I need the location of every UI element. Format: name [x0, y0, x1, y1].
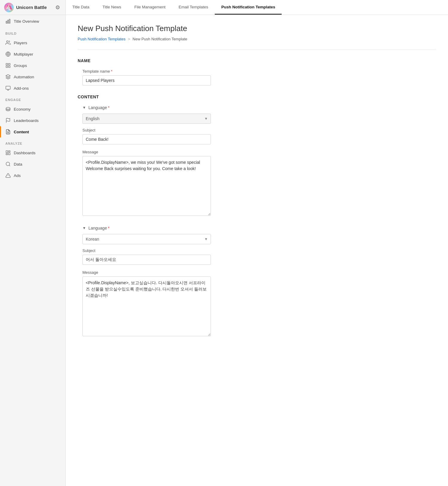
sidebar-title-overview-label: Title Overview — [14, 19, 39, 24]
sidebar-item-addons[interactable]: Add-ons — [0, 82, 65, 94]
required-star-lang2: * — [108, 226, 109, 230]
sidebar-item-leaderboards[interactable]: Leaderboards — [0, 115, 65, 126]
svg-rect-17 — [6, 151, 7, 153]
tab-email-templates[interactable]: Email Templates — [172, 0, 215, 15]
message-textarea-english[interactable]: <Profile.<span class="profile-link">Disp… — [82, 156, 211, 216]
automation-icon — [5, 74, 11, 80]
dashboards-icon — [5, 150, 11, 155]
sidebar-ads-label: Ads — [14, 173, 21, 178]
name-section-body: Template name* — [78, 69, 436, 85]
required-star-name: * — [111, 69, 112, 74]
chevron-down-icon-korean: ▼ — [82, 226, 86, 230]
svg-rect-8 — [6, 66, 7, 68]
brand-name: Unicorn Battle — [16, 5, 47, 10]
tab-push-notification-templates[interactable]: Push Notification Templates — [215, 0, 282, 15]
content-area: New Push Notification Template Push Noti… — [66, 15, 448, 486]
message-label-english: Message — [82, 150, 436, 154]
tab-file-management[interactable]: File Management — [128, 0, 172, 15]
language-block-english: ▼ Language* English Korean Japanese Span… — [78, 105, 436, 217]
language-label-korean: Language* — [88, 226, 110, 230]
template-name-label: Template name* — [82, 69, 436, 74]
svg-rect-9 — [9, 66, 10, 68]
language-block-korean-header[interactable]: ▼ Language* — [82, 226, 436, 230]
sidebar-item-groups[interactable]: Groups — [0, 60, 65, 71]
subject-input-english[interactable] — [82, 134, 211, 144]
content-section: CONTENT ▼ Language* English Korean Japan… — [78, 94, 436, 337]
app-brand: 🦄 Unicorn Battle ⚙ — [0, 0, 66, 15]
sidebar-content-label: Content — [14, 130, 29, 134]
sidebar-item-content[interactable]: Content — [0, 126, 65, 137]
sidebar-automation-label: Automation — [14, 75, 34, 79]
bar-chart-icon — [5, 19, 11, 24]
language-block-korean: ▼ Language* English Korean Japanese Span… — [78, 226, 436, 337]
sidebar-leaderboards-label: Leaderboards — [14, 118, 39, 123]
sidebar-item-players[interactable]: Players — [0, 37, 65, 48]
economy-icon — [5, 106, 11, 112]
svg-point-21 — [6, 162, 10, 166]
tab-title-news[interactable]: Title News — [96, 0, 128, 15]
language-select-korean[interactable]: English Korean Japanese Spanish French — [82, 234, 211, 244]
brand-icon: 🦄 — [4, 3, 14, 12]
sidebar-item-title-overview[interactable]: Title Overview — [0, 15, 65, 27]
chevron-down-icon-english: ▼ — [82, 106, 86, 110]
svg-rect-19 — [9, 153, 10, 155]
svg-rect-2 — [9, 19, 10, 23]
svg-line-22 — [9, 165, 10, 166]
sidebar-item-data[interactable]: Data — [0, 158, 65, 170]
name-section: NAME Template name* — [78, 58, 436, 85]
subject-label-korean: Subject — [82, 248, 436, 253]
page-title: New Push Notification Template — [78, 24, 436, 33]
players-icon — [5, 40, 11, 45]
ads-icon — [5, 173, 11, 178]
sidebar-item-automation[interactable]: Automation — [0, 71, 65, 82]
breadcrumb-parent[interactable]: Push Notification Templates — [78, 37, 125, 41]
subject-input-korean[interactable] — [82, 255, 211, 265]
sidebar-item-ads[interactable]: Ads — [0, 170, 65, 181]
svg-rect-7 — [9, 63, 10, 65]
sidebar-data-label: Data — [14, 162, 22, 166]
language-select-wrapper-english: English Korean Japanese Spanish French ▼ — [82, 114, 211, 124]
message-label-korean: Message — [82, 270, 436, 275]
sidebar-item-dashboards[interactable]: Dashboards — [0, 147, 65, 158]
sidebar-item-economy[interactable]: Economy — [0, 103, 65, 115]
subject-label-english: Subject — [82, 128, 436, 132]
leaderboards-icon — [5, 118, 11, 123]
breadcrumb-current: New Push Notification Template — [133, 37, 187, 41]
sidebar-multiplayer-label: Multiplayer — [14, 52, 33, 56]
svg-rect-18 — [9, 151, 10, 152]
sidebar-economy-label: Economy — [14, 107, 30, 111]
svg-rect-1 — [8, 20, 9, 23]
language-select-wrapper-korean: English Korean Japanese Spanish French ▼ — [82, 234, 211, 244]
sidebar-section-analyze: ANALYZE — [0, 137, 65, 147]
required-star-lang1: * — [108, 105, 109, 110]
groups-icon — [5, 63, 11, 68]
sidebar-section-build: BUILD — [0, 27, 65, 37]
sidebar-groups-label: Groups — [14, 63, 27, 68]
svg-point-3 — [7, 41, 8, 42]
content-section-title: CONTENT — [78, 94, 436, 99]
name-section-title: NAME — [78, 58, 436, 63]
settings-button[interactable]: ⚙ — [54, 3, 61, 12]
svg-rect-0 — [6, 21, 7, 23]
data-icon — [5, 161, 11, 167]
content-icon — [5, 129, 11, 135]
language-label-english: Language* — [88, 105, 110, 110]
breadcrumb-separator: > — [128, 37, 130, 41]
addons-icon — [5, 85, 11, 91]
nav-tabs: Title Data Title News File Management Em… — [66, 0, 448, 15]
section-divider-top — [78, 50, 436, 50]
language-block-english-header[interactable]: ▼ Language* — [82, 105, 436, 110]
message-textarea-korean[interactable]: <Profile.DisplayName>, 보고싶습니다. 다시돌아오시면 서… — [82, 276, 211, 336]
breadcrumb: Push Notification Templates > New Push N… — [78, 37, 436, 41]
main-layout: Title Overview BUILD Players Multiplayer… — [0, 15, 448, 486]
multiplayer-icon — [5, 51, 11, 57]
template-name-input[interactable] — [82, 75, 211, 85]
top-navigation: 🦄 Unicorn Battle ⚙ Title Data Title News… — [0, 0, 448, 15]
sidebar-addons-label: Add-ons — [14, 86, 29, 91]
svg-rect-20 — [6, 154, 7, 155]
sidebar-item-multiplayer[interactable]: Multiplayer — [0, 48, 65, 60]
tab-title-data[interactable]: Title Data — [66, 0, 96, 15]
language-select-english[interactable]: English Korean Japanese Spanish French — [82, 114, 211, 124]
svg-point-13 — [6, 107, 10, 109]
sidebar: Title Overview BUILD Players Multiplayer… — [0, 15, 66, 486]
